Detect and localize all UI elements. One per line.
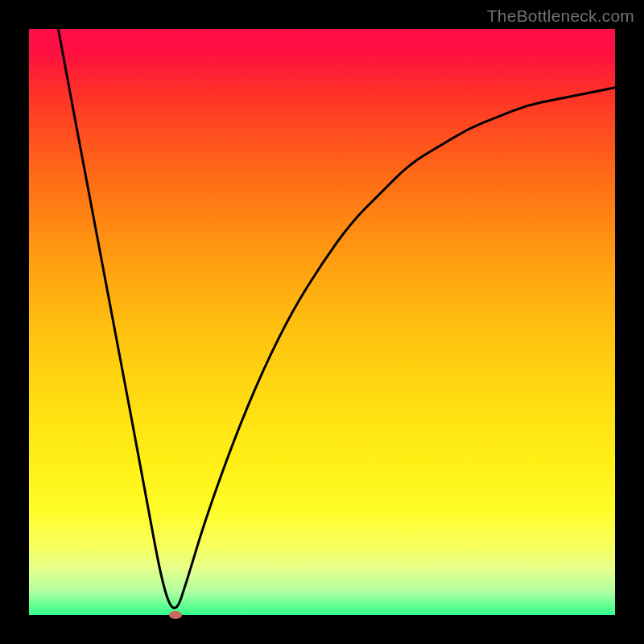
optimal-point-marker: [169, 611, 182, 619]
watermark-text: TheBottleneck.com: [487, 6, 634, 26]
chart-plot-area: [29, 29, 615, 615]
bottleneck-curve: [29, 29, 615, 615]
